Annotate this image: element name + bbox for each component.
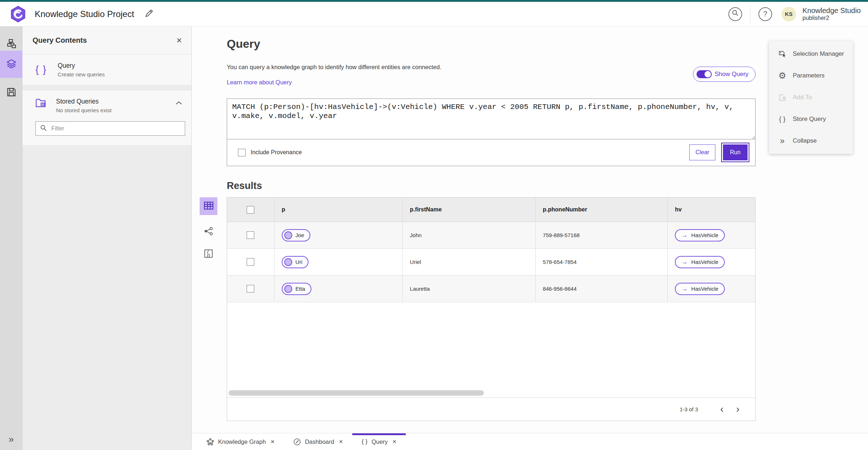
row-checkbox[interactable]: [247, 258, 254, 266]
pagination-range: 1-3 of 3: [680, 406, 698, 412]
dashboard-icon: [293, 438, 301, 446]
rail-contents-button[interactable]: [0, 51, 22, 78]
entity-node-icon: [284, 231, 292, 239]
search-icon: [732, 9, 739, 18]
tools-menu: Selection Manager ⚙ Parameters Add To { …: [769, 41, 853, 154]
stored-queries-header[interactable]: Stored Queries No stored queries exist: [35, 98, 182, 113]
show-query-label: Show Query: [715, 71, 749, 78]
username: publisher2: [803, 15, 861, 21]
app-header: Knowledge Studio Project ?: [0, 0, 868, 26]
cell-phonenumber: 846-956-8644: [536, 276, 668, 302]
network-icon: [204, 226, 213, 237]
column-header-phonenumber[interactable]: p.phoneNumber: [536, 198, 668, 222]
arrow-right-icon: →: [681, 258, 688, 266]
rail-save-button[interactable]: [0, 81, 22, 104]
add-to-button[interactable]: Add To: [769, 87, 853, 108]
save-icon: [7, 87, 16, 98]
query-editor-footer: Include Provenance Clear Run: [227, 139, 755, 165]
rail-expand-button[interactable]: »: [0, 431, 22, 447]
results-title: Results: [227, 180, 262, 192]
map-icon: [204, 249, 213, 260]
help-button[interactable]: ?: [758, 7, 772, 21]
filter-field: [35, 121, 185, 136]
horizontal-scrollbar[interactable]: [229, 390, 484, 396]
tab-query[interactable]: { } Query ×: [352, 433, 406, 450]
table-icon: [204, 201, 214, 212]
braces-icon: { }: [362, 438, 367, 445]
network-view-button[interactable]: [200, 223, 217, 240]
chevron-left-icon: ‹: [720, 404, 724, 415]
sidebar-item-query[interactable]: { } Query Create new queries: [22, 54, 191, 85]
clear-button[interactable]: Clear: [689, 144, 715, 160]
select-all-checkbox[interactable]: [247, 206, 254, 214]
relationship-pill[interactable]: → HasVehicle: [675, 283, 725, 295]
table-row: Uri Uriel 578-654-7854 → HasVehicle: [227, 249, 755, 276]
column-header-p[interactable]: p: [275, 198, 403, 222]
column-header-hv[interactable]: hv: [668, 198, 755, 222]
run-button[interactable]: Run: [722, 143, 749, 161]
close-icon[interactable]: ×: [392, 438, 396, 446]
layers-icon: [6, 59, 17, 70]
edit-project-name-button[interactable]: [144, 9, 154, 19]
gear-icon: ⚙: [777, 71, 788, 81]
panel-close-button[interactable]: ×: [176, 35, 182, 46]
table-view-button[interactable]: [200, 197, 217, 215]
cell-firstname: Lauretta: [403, 276, 536, 302]
map-view-button[interactable]: [200, 245, 217, 263]
cell-phonenumber: 578-654-7854: [536, 249, 668, 275]
collapse-menu-button[interactable]: » Collapse: [769, 130, 853, 152]
search-icon: [40, 125, 47, 133]
table-empty-area: [227, 302, 755, 398]
stored-queries-label: Stored Queries: [56, 98, 176, 105]
product-name: Knowledge Studio: [803, 7, 861, 15]
cell-phonenumber: 759-889-57168: [536, 222, 668, 248]
selection-manager-icon: [777, 50, 788, 58]
tab-knowledge-graph[interactable]: Knowledge Graph ×: [197, 433, 284, 450]
show-query-toggle[interactable]: Show Query: [693, 67, 756, 82]
entity-pill[interactable]: Uri: [282, 256, 309, 268]
query-editor: MATCH (p:Person)-[hv:HasVehicle]->(v:Veh…: [227, 98, 756, 166]
row-checkbox[interactable]: [247, 285, 254, 293]
column-header-firstname[interactable]: p.firstName: [403, 198, 536, 222]
query-contents-panel: Query Contents × { } Query Create new qu…: [22, 26, 192, 450]
parameters-button[interactable]: ⚙ Parameters: [769, 65, 853, 87]
panel-header: Query Contents ×: [22, 26, 191, 54]
collapse-section-button[interactable]: [176, 101, 182, 106]
previous-page-button[interactable]: ‹: [714, 404, 730, 415]
cell-firstname: Uriel: [403, 249, 536, 275]
store-query-button[interactable]: { } Store Query: [769, 108, 853, 130]
tab-dashboard[interactable]: Dashboard ×: [284, 433, 352, 450]
relationship-pill[interactable]: → HasVehicle: [675, 229, 725, 241]
pencil-icon: [144, 9, 154, 19]
arrow-right-icon: →: [681, 285, 688, 293]
toggle-on-icon: [697, 70, 712, 78]
learn-more-link[interactable]: Learn more about Query: [227, 79, 292, 86]
avatar[interactable]: KS: [782, 7, 796, 21]
left-rail: »: [0, 26, 22, 450]
next-page-button[interactable]: ›: [730, 404, 746, 415]
search-button[interactable]: [728, 7, 742, 21]
entity-pill[interactable]: Etta: [282, 283, 311, 295]
include-provenance-checkbox[interactable]: [238, 149, 246, 156]
braces-icon: { }: [777, 115, 788, 123]
help-icon: ?: [763, 10, 767, 18]
panel-title: Query Contents: [33, 36, 176, 45]
query-item-sublabel: Create new queries: [58, 71, 105, 77]
close-icon[interactable]: ×: [271, 438, 275, 446]
selection-manager-button[interactable]: Selection Manager: [769, 43, 853, 65]
stored-queries-sublabel: No stored queries exist: [56, 107, 176, 113]
table-row: Joe John 759-889-57168 → HasVehicle: [227, 222, 755, 249]
cell-firstname: John: [403, 222, 536, 248]
stored-queries-folder-icon: [35, 98, 47, 110]
project-title: Knowledge Studio Project: [35, 9, 134, 19]
entity-pill[interactable]: Joe: [282, 229, 310, 241]
query-text-input[interactable]: MATCH (p:Person)-[hv:HasVehicle]->(v:Veh…: [227, 99, 755, 139]
bottom-tab-bar: Knowledge Graph × Dashboard × { } Query …: [192, 433, 868, 450]
row-checkbox[interactable]: [247, 231, 254, 239]
close-icon[interactable]: ×: [339, 438, 343, 446]
filter-input[interactable]: [51, 125, 180, 132]
relationship-pill[interactable]: → HasVehicle: [675, 256, 725, 268]
results-table: p p.firstName p.phoneNumber hv Joe John …: [227, 197, 756, 421]
header-divider: [750, 5, 750, 23]
chevron-up-icon: [176, 101, 182, 106]
